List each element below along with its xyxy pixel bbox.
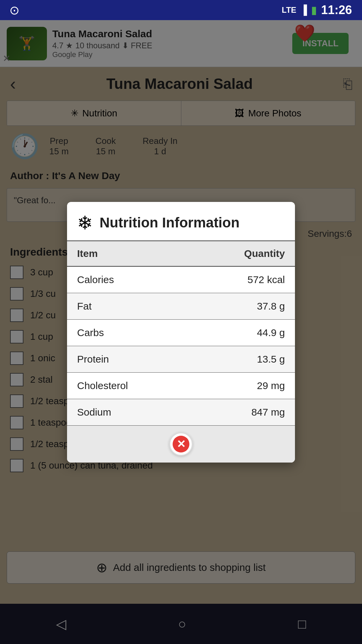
spinner-icon: ⊙ <box>9 3 19 17</box>
app-container: 🏋 Tuna Macaroni Salad 4.7 ★ 10 thousand … <box>0 20 362 644</box>
row-qty-protein: 13.5 g <box>190 346 295 372</box>
row-item-fat: Fat <box>67 293 190 319</box>
row-qty-fat: 37.8 g <box>190 293 295 319</box>
row-qty-carbs: 44.9 g <box>190 319 295 346</box>
close-icon: ✕ <box>173 436 189 452</box>
lte-indicator: LTE <box>282 5 297 15</box>
column-item-header: Item <box>67 241 190 266</box>
nutrition-icon: ❄ <box>77 212 93 234</box>
row-item-calories: Calories <box>67 266 190 293</box>
row-qty-cholesterol: 29 mg <box>190 372 295 399</box>
row-item-carbs: Carbs <box>67 319 190 346</box>
table-row: Protein 13.5 g <box>67 346 295 372</box>
status-bar: ⊙ LTE ▐ ▮ 11:26 <box>0 0 362 20</box>
nutrition-table: Item Quantity Calories 572 kcal Fat 37.8… <box>67 241 295 426</box>
table-row: Fat 37.8 g <box>67 293 295 319</box>
row-qty-calories: 572 kcal <box>190 266 295 293</box>
nutrition-dialog: ❄ Nutrition Information Item Quantity Ca… <box>67 202 295 463</box>
row-item-sodium: Sodium <box>67 399 190 425</box>
battery-icon: ▮ <box>311 4 317 16</box>
signal-icon: ▐ <box>300 5 307 15</box>
modal-overlay: ❄ Nutrition Information Item Quantity Ca… <box>0 20 362 644</box>
row-qty-sodium: 847 mg <box>190 399 295 425</box>
row-item-protein: Protein <box>67 346 190 372</box>
close-dialog-button[interactable]: ✕ <box>169 432 193 456</box>
table-row: Cholesterol 29 mg <box>67 372 295 399</box>
table-row: Sodium 847 mg <box>67 399 295 425</box>
table-row: Carbs 44.9 g <box>67 319 295 346</box>
status-time: 11:26 <box>321 3 352 17</box>
column-quantity-header: Quantity <box>190 241 295 266</box>
dialog-title: Nutrition Information <box>100 215 240 231</box>
dialog-footer: ✕ <box>67 426 295 463</box>
table-row: Calories 572 kcal <box>67 266 295 293</box>
row-item-cholesterol: Cholesterol <box>67 372 190 399</box>
dialog-header: ❄ Nutrition Information <box>67 202 295 241</box>
